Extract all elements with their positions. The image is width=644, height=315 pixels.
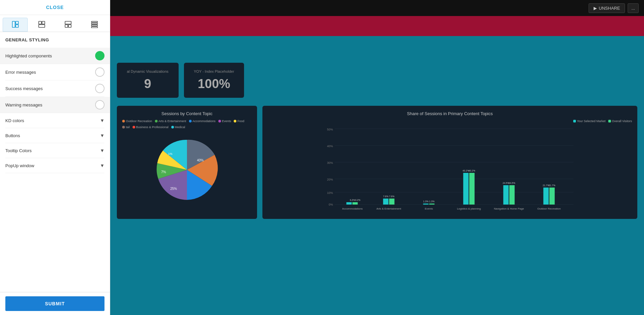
pie-chart-svg-container: 40% 25% 7% 1% bbox=[122, 131, 252, 208]
layout-icon-3 bbox=[64, 21, 72, 28]
toggle-row-success: Success messages bbox=[5, 80, 104, 97]
toggle-row-warning: Warning messages bbox=[0, 97, 110, 113]
legend-item-tail: tail bbox=[122, 125, 130, 129]
tab-layout-4[interactable] bbox=[82, 18, 107, 32]
svg-text:1.3%: 1.3% bbox=[423, 200, 429, 203]
legend-item-accom: Accommodations bbox=[189, 119, 216, 123]
svg-text:7.6%: 7.6% bbox=[383, 195, 389, 198]
svg-text:20%: 20% bbox=[327, 178, 333, 181]
unshare-button[interactable]: ▶ UNSHARE bbox=[589, 3, 625, 13]
legend-item-overall-visitors: Overall Visitors bbox=[608, 119, 632, 123]
svg-rect-31 bbox=[463, 173, 469, 205]
submit-button[interactable]: SUBMIT bbox=[5, 296, 104, 311]
svg-rect-47 bbox=[16, 21, 18, 24]
toggle-label-error: Error messages bbox=[5, 70, 36, 75]
bar-legend: Your Selected Market Overall Visitors bbox=[268, 119, 632, 123]
svg-text:1.3%: 1.3% bbox=[429, 200, 435, 203]
svg-rect-55 bbox=[91, 21, 97, 23]
svg-rect-21 bbox=[383, 199, 389, 205]
svg-text:3.2%: 3.2% bbox=[350, 199, 355, 201]
svg-rect-37 bbox=[509, 185, 515, 205]
toggle-error[interactable] bbox=[95, 67, 104, 77]
toggle-label-warning: Warning messages bbox=[5, 102, 42, 107]
chevron-tooltip-colors-icon: ▼ bbox=[100, 148, 104, 153]
svg-text:30%: 30% bbox=[327, 161, 333, 165]
svg-text:Logistics & planning: Logistics & planning bbox=[457, 207, 481, 210]
svg-text:25%: 25% bbox=[170, 187, 177, 191]
toggle-warning[interactable] bbox=[95, 100, 104, 109]
svg-text:Outdoor Recreation: Outdoor Recreation bbox=[538, 207, 561, 210]
svg-text:40%: 40% bbox=[197, 159, 204, 162]
charts-row: Sessions by Content Topic Outdoor Recrea… bbox=[117, 106, 637, 219]
close-button[interactable]: CLOSE bbox=[0, 0, 110, 15]
legend-item-arts: Arts & Entertainment bbox=[155, 119, 186, 123]
tab-layout-1[interactable] bbox=[3, 18, 28, 32]
svg-text:10%: 10% bbox=[327, 191, 333, 195]
svg-rect-58 bbox=[91, 27, 97, 28]
bar-chart-title: Share of Sessions in Primary Content Top… bbox=[268, 111, 632, 116]
toggle-highlighted[interactable] bbox=[95, 51, 104, 60]
dashboard-content: al Dynamic Visualizations 9 YOY - Index … bbox=[110, 36, 644, 315]
legend-item-medical: Medical bbox=[171, 125, 185, 129]
legend-item-food: Food bbox=[234, 119, 244, 123]
svg-rect-22 bbox=[389, 199, 395, 205]
legend-item-biz: Business & Professional bbox=[133, 125, 169, 129]
pie-chart-card: Sessions by Content Topic Outdoor Recrea… bbox=[117, 106, 257, 219]
svg-text:Accommodations: Accommodations bbox=[342, 207, 363, 210]
svg-text:Events: Events bbox=[425, 207, 433, 210]
pie-chart-svg: 40% 25% 7% 1% bbox=[154, 136, 220, 203]
svg-rect-26 bbox=[423, 204, 429, 205]
tab-layout-2[interactable] bbox=[29, 18, 54, 32]
kpi-value-1: 9 bbox=[127, 77, 169, 91]
svg-rect-17 bbox=[353, 202, 358, 205]
share-icon: ▶ bbox=[594, 6, 597, 11]
svg-text:1%: 1% bbox=[168, 152, 172, 155]
pie-legend: Outdoor Recreation Arts & Entertainment … bbox=[122, 119, 252, 129]
legend-item-selected-market: Your Selected Market bbox=[573, 119, 606, 123]
close-label: CLOSE bbox=[46, 5, 64, 10]
svg-text:21.7%: 21.7% bbox=[549, 184, 556, 187]
svg-text:40.2%: 40.2% bbox=[469, 170, 475, 172]
layout-icon-4 bbox=[91, 21, 98, 28]
svg-rect-52 bbox=[65, 21, 71, 24]
kpi-card-2: YOY - Index Placeholder 100% bbox=[184, 63, 244, 98]
svg-rect-46 bbox=[12, 21, 15, 27]
pie-chart-title: Sessions by Content Topic bbox=[122, 111, 252, 116]
chevron-kd-colors-icon: ▼ bbox=[100, 118, 104, 123]
toggle-row-error: Error messages bbox=[5, 64, 104, 80]
more-button[interactable]: ... bbox=[628, 3, 639, 13]
accordion-popup-window[interactable]: PopUp window ▼ bbox=[5, 158, 104, 173]
accordion-label-buttons: Buttons bbox=[5, 133, 20, 138]
kpi-row: al Dynamic Visualizations 9 YOY - Index … bbox=[117, 63, 637, 98]
svg-rect-41 bbox=[544, 188, 549, 205]
panel-footer: SUBMIT bbox=[0, 292, 110, 315]
svg-text:7.6%: 7.6% bbox=[389, 195, 395, 198]
svg-rect-16 bbox=[347, 202, 352, 205]
accordion-label-popup-window: PopUp window bbox=[5, 163, 34, 168]
toggle-row-highlighted: Highlighted components bbox=[0, 48, 110, 64]
svg-text:Navigation & Home Page: Navigation & Home Page bbox=[494, 207, 524, 210]
toggle-label-success: Success messages bbox=[5, 86, 43, 91]
accordion-kd-colors[interactable]: KD colors ▼ bbox=[5, 113, 104, 128]
accordion-buttons[interactable]: Buttons ▼ bbox=[5, 128, 104, 143]
svg-text:Arts & Entertainment: Arts & Entertainment bbox=[377, 207, 402, 210]
section-title: GENERAL STYLING bbox=[5, 37, 104, 42]
accordion-tooltip-colors[interactable]: Tooltip Colors ▼ bbox=[5, 143, 104, 158]
svg-rect-56 bbox=[91, 23, 97, 24]
svg-text:24.5%: 24.5% bbox=[503, 182, 509, 184]
svg-rect-48 bbox=[16, 25, 18, 27]
chevron-buttons-icon: ▼ bbox=[100, 133, 104, 138]
legend-item-events: Events bbox=[218, 119, 231, 123]
tab-layout-3[interactable] bbox=[56, 18, 81, 32]
accordion-label-tooltip-colors: Tooltip Colors bbox=[5, 148, 32, 153]
svg-text:40.2%: 40.2% bbox=[463, 170, 469, 172]
panel-tabs bbox=[0, 15, 110, 32]
svg-text:24.5%: 24.5% bbox=[509, 182, 515, 184]
svg-text:21.7%: 21.7% bbox=[543, 184, 550, 187]
svg-rect-51 bbox=[39, 25, 45, 27]
svg-text:40%: 40% bbox=[327, 144, 333, 148]
toggle-success[interactable] bbox=[95, 84, 104, 93]
svg-rect-54 bbox=[68, 25, 71, 27]
kpi-title-2: YOY - Index Placeholder bbox=[194, 69, 234, 73]
svg-rect-27 bbox=[429, 204, 435, 205]
